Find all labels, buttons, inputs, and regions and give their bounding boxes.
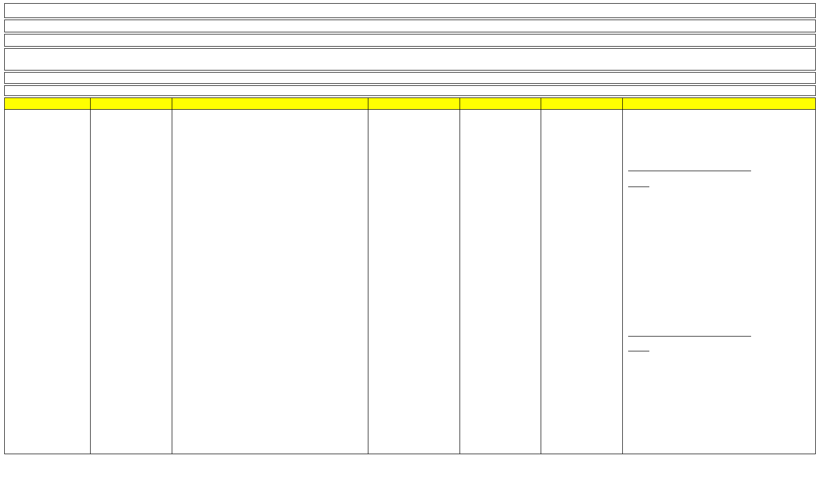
- underline-2-long: [628, 336, 751, 337]
- table-cell-6: [541, 110, 623, 454]
- table-cell-2: [91, 110, 172, 454]
- table-row: [5, 110, 816, 454]
- underline-2-short: [628, 351, 649, 351]
- underline-1-short: [628, 187, 649, 187]
- header-row-3: [4, 34, 816, 47]
- header-row-2: [4, 20, 816, 32]
- header-row-6: [4, 85, 816, 96]
- table-cell-1: [5, 110, 91, 454]
- table-header-4: [368, 98, 460, 110]
- cell-7-inner: [623, 110, 815, 454]
- table-header-row: [5, 98, 816, 110]
- header-row-5: [4, 72, 816, 84]
- table-cell-5: [460, 110, 541, 454]
- header-row-1: [4, 3, 816, 18]
- table-header-1: [5, 98, 91, 110]
- main-table: [4, 98, 816, 454]
- table-header-6: [541, 98, 623, 110]
- table-header-3: [172, 98, 368, 110]
- table-header-5: [460, 98, 541, 110]
- underline-1-long: [628, 171, 751, 171]
- table-header-2: [91, 98, 172, 110]
- table-cell-4: [368, 110, 460, 454]
- document-page: [0, 0, 820, 504]
- header-row-4: [4, 48, 816, 70]
- table-cell-7: [623, 110, 816, 454]
- table-header-7: [623, 98, 816, 110]
- table-cell-3: [172, 110, 368, 454]
